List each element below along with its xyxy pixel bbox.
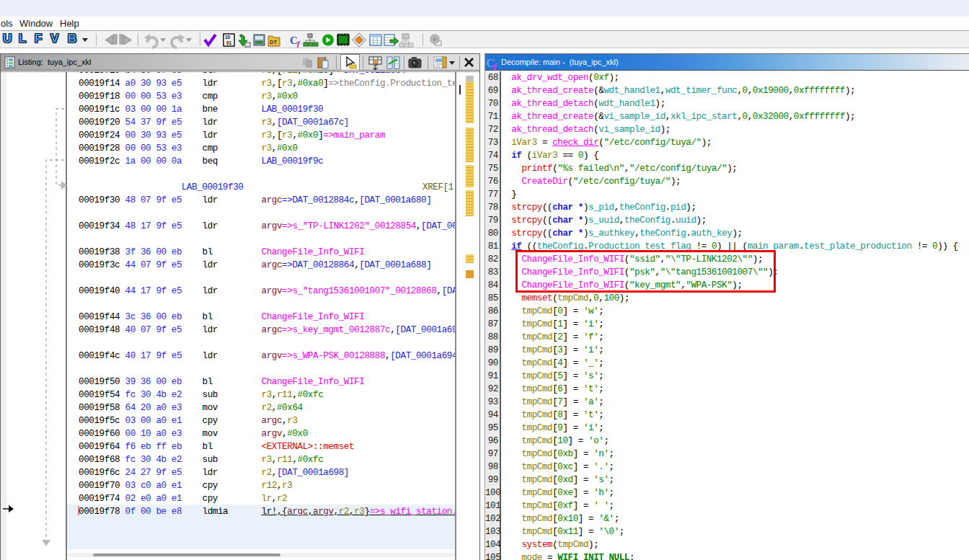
svg-text:DT: DT [270, 39, 277, 45]
svg-text:10: 10 [225, 35, 231, 40]
svg-text:01: 01 [226, 40, 232, 45]
svg-text:f: f [297, 39, 301, 48]
svg-text:f: f [493, 61, 497, 71]
